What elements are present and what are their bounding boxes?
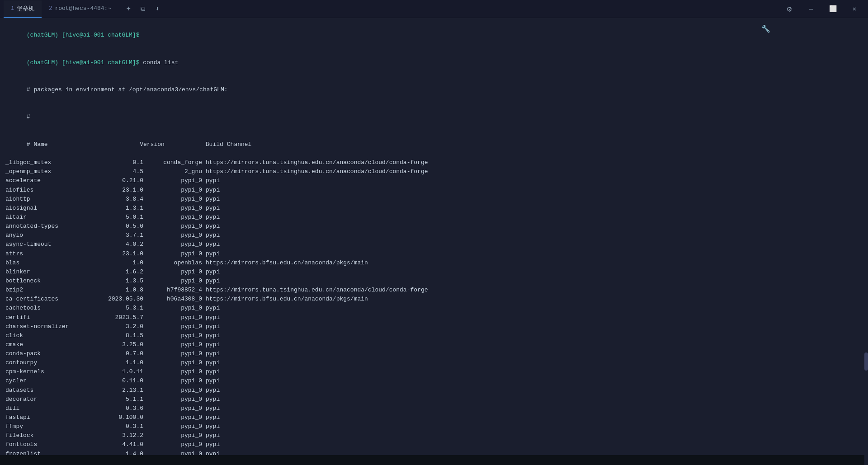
pkg-build: conda_forge [143,158,202,167]
pkg-version: 2.13.1 [89,386,143,395]
pkg-build: pypi_0 [143,404,202,413]
pkg-name: fonttools [5,440,89,449]
scrollbar-track[interactable] [864,18,868,465]
pkg-version: 1.3.1 [89,204,143,213]
pkg-name: aiosignal [5,204,89,213]
pkg-name: blas [5,258,89,268]
pkg-version: 4.41.0 [89,440,143,449]
pkg-channel: pypi [206,322,220,331]
table-row: contourpy1.1.0pypi_0pypi [5,358,863,367]
pkg-build: pypi_0 [143,376,202,385]
pkg-name: async-timeout [5,240,89,249]
pkg-name: frozenlist [5,450,89,455]
pkg-version: 1.0.8 [89,286,143,295]
tab-2[interactable]: 2 root@hecs-4484:~ [42,0,118,18]
pkg-build: pypi_0 [143,204,202,213]
pkg-version: 0.11.0 [89,376,143,385]
copy-tab-button[interactable]: ⧉ [137,3,149,15]
terminal-output[interactable]: (chatGLM) [hive@ai-001 chatGLM]$ (chatGL… [0,18,868,455]
pkg-name: anyio [5,231,89,240]
pkg-version: 1.6.2 [89,268,143,277]
pkg-build: pypi_0 [143,358,202,367]
pkg-channel: pypi [206,376,220,385]
pkg-channel: pypi [206,450,220,455]
table-row: decorator5.1.1pypi_0pypi [5,395,863,404]
pkg-build: pypi_0 [143,395,202,404]
tab-2-number: 2 [49,5,52,12]
pkg-channel: pypi [206,404,220,413]
pkg-build: openblas [143,258,202,268]
pkg-channel: pypi [206,349,220,358]
pkg-channel: pypi [206,331,220,340]
terminal-line-prompt2: (chatGLM) [hive@ai-001 chatGLM]$ conda l… [5,49,863,76]
maximize-button[interactable]: ⬜ [823,2,843,16]
pkg-version: 1.1.0 [89,358,143,367]
pkg-name: cycler [5,376,89,385]
tab-actions: + ⧉ ⬇ [122,3,164,15]
settings-button[interactable]: ⚙ [779,2,799,16]
wrench-button[interactable]: 🔧 [756,22,776,36]
minimize-button[interactable]: — [801,2,821,16]
terminal-header-row: # NameVersionBuildChannel [5,131,863,158]
pkg-name: decorator [5,395,89,404]
pkg-version: 2023.05.30 [89,295,143,304]
prompt-1: (chatGLM) [hive@ai-001 chatGLM]$ [27,32,140,38]
pkg-version: 5.0.1 [89,213,143,222]
table-row: charset-normalizer3.2.0pypi_0pypi [5,322,863,331]
table-row: blinker1.6.2pypi_0pypi [5,268,863,277]
pkg-channel: https://mirrors.tuna.tsinghua.edu.cn/ana… [206,286,428,295]
table-row: frozenlist1.4.0pypi_0pypi [5,450,863,455]
table-row: altair5.0.1pypi_0pypi [5,213,863,222]
table-row: datasets2.13.1pypi_0pypi [5,386,863,395]
pkg-build: pypi_0 [143,277,202,286]
pkg-build: pypi_0 [143,340,202,349]
table-row: click8.1.5pypi_0pypi [5,331,863,340]
table-row: bzip21.0.8h7f98852_4https://mirrors.tuna… [5,286,863,295]
pkg-name: fastapi [5,413,89,422]
pkg-name: contourpy [5,358,89,367]
pkg-build: pypi_0 [143,304,202,313]
pkg-channel: pypi [206,440,220,449]
table-row: cachetools5.3.1pypi_0pypi [5,304,863,313]
pkg-build: pypi_0 [143,222,202,231]
pkg-name: ffmpy [5,422,89,431]
tab-1[interactable]: 1 堡垒机 [4,0,42,18]
table-row: conda-pack0.7.0pypi_0pypi [5,349,863,358]
pkg-name: click [5,331,89,340]
header-name: # Name [27,140,110,149]
table-row: _openmp_mutex4.52_gnuhttps://mirrors.tun… [5,167,863,176]
table-row: fonttools4.41.0pypi_0pypi [5,440,863,449]
pkg-build: pypi_0 [143,367,202,376]
pkg-name: certifi [5,313,89,322]
table-row: aiosignal1.3.1pypi_0pypi [5,204,863,213]
pkg-version: 0.3.6 [89,404,143,413]
pkg-version: 23.1.0 [89,249,143,258]
pkg-version: 1.0 [89,258,143,268]
pkg-version: 0.5.0 [89,222,143,231]
env-path-text: # packages in environment at /opt/anacon… [27,86,228,93]
pkg-name: aiofiles [5,186,89,195]
pkg-build: pypi_0 [143,422,202,431]
pkg-version: 5.1.1 [89,395,143,404]
close-button[interactable]: ✕ [844,2,864,16]
table-row: cmake3.25.0pypi_0pypi [5,340,863,349]
pkg-name: _libgcc_mutex [5,158,89,167]
scrollbar-thumb[interactable] [864,352,868,371]
header-version: Version [110,140,165,149]
pkg-channel: https://mirrors.bfsu.edu.cn/anaconda/pkg… [206,258,368,268]
pkg-build: pypi_0 [143,231,202,240]
pkg-build: pypi_0 [143,413,202,422]
pkg-channel: pypi [206,277,220,286]
add-tab-button[interactable]: + [122,3,135,15]
package-list: _libgcc_mutex0.1conda_forgehttps://mirro… [5,158,863,455]
pkg-version: 0.7.0 [89,349,143,358]
pkg-channel: https://mirrors.tuna.tsinghua.edu.cn/ana… [206,158,428,167]
pkg-version: 5.3.1 [89,304,143,313]
table-row: _libgcc_mutex0.1conda_forgehttps://mirro… [5,158,863,167]
pkg-name: filelock [5,431,89,440]
pkg-name: datasets [5,386,89,395]
pkg-version: 3.7.1 [89,231,143,240]
download-tab-button[interactable]: ⬇ [151,3,164,15]
pkg-build: pypi_0 [143,240,202,249]
tab-1-label: 堡垒机 [17,5,34,13]
